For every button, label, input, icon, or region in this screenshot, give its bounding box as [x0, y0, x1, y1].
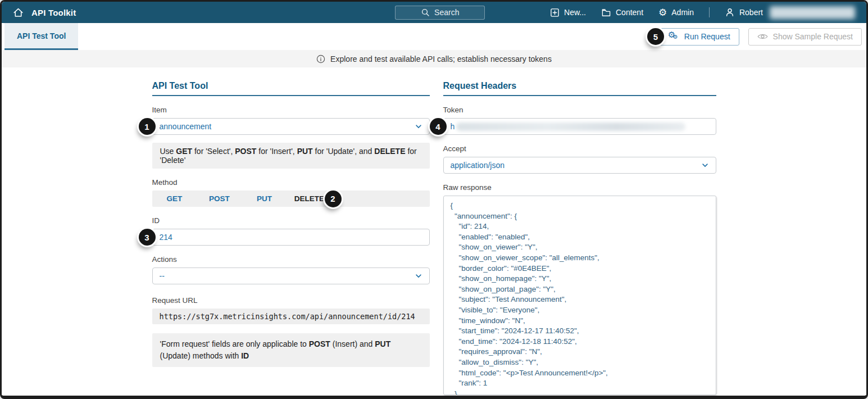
nav-label-admin: Admin [671, 8, 694, 17]
item-label: Item [152, 106, 430, 114]
gears-icon: ⚙⚙ [668, 31, 679, 42]
nav-item-user[interactable]: Robert [725, 6, 855, 19]
method-option-get[interactable]: GET [152, 194, 197, 203]
show-sample-request-label: Show Sample Request [773, 32, 853, 41]
request-url-value: https://stg7x.metricinsights.com/api/ann… [152, 309, 430, 324]
raw-response-json: { "announcement": { "id": 214, "enabled"… [451, 201, 709, 395]
callout-badge-1: 1 [139, 118, 156, 135]
raw-response-label: Raw response [443, 183, 716, 192]
token-label: Token [443, 106, 716, 114]
item-select[interactable]: announcement [152, 118, 430, 135]
id-label: ID [152, 216, 430, 225]
actions-label: Actions [152, 255, 430, 264]
tab-api-test-tool[interactable]: API Test Tool [4, 23, 78, 50]
method-label: Method [152, 178, 430, 187]
api-toolkit-window: API Toolkit Search New... [0, 0, 868, 399]
info-bar: Explore and test available API calls; es… [2, 50, 866, 67]
item-select-value: announcement [160, 122, 212, 131]
run-request-label: Run Request [684, 32, 730, 41]
method-hint: Use GET for 'Select', POST for 'Insert',… [152, 143, 430, 169]
top-nav-links: New... Content ⚙ Admin [550, 6, 855, 19]
top-navigation-bar: API Toolkit Search New... [2, 2, 866, 23]
accept-select-value: application/json [451, 161, 505, 170]
callout-badge-4: 4 [430, 118, 447, 135]
plus-square-icon [550, 8, 560, 17]
token-value-prefix: h [451, 122, 455, 131]
nav-divider [709, 7, 710, 17]
run-request-button[interactable]: ⚙⚙ Run Request [659, 28, 739, 46]
user-last-name-redacted [770, 6, 855, 19]
info-icon [316, 55, 325, 64]
token-value-redacted [456, 123, 685, 131]
form-request-note: 'Form request' fields are only applicabl… [152, 333, 430, 367]
search-label: Search [434, 8, 459, 17]
chevron-down-icon [415, 123, 422, 130]
callout-badge-2: 2 [325, 191, 342, 207]
info-text: Explore and test available API calls; es… [330, 55, 552, 64]
api-test-tool-panel: API Test Tool Item 1 announcement Use GE… [152, 81, 430, 395]
chevron-down-icon [701, 161, 709, 169]
panel-title-request-headers: Request Headers [443, 81, 716, 96]
nav-label-new: New... [564, 8, 586, 17]
app-title: API Toolkit [31, 8, 76, 17]
nav-label-content: Content [616, 8, 643, 17]
eye-icon [757, 33, 768, 40]
actions-select[interactable]: -- [152, 267, 430, 284]
method-option-post[interactable]: POST [197, 194, 242, 203]
nav-item-admin[interactable]: ⚙ Admin [658, 8, 694, 17]
callout-badge-3: 3 [139, 229, 156, 246]
folder-icon [601, 8, 611, 17]
id-input-value: 214 [160, 233, 172, 242]
tab-label: API Test Tool [17, 31, 66, 40]
method-selector: GET POST PUT DELETE 2 [152, 191, 430, 207]
accept-select[interactable]: application/json [443, 157, 716, 174]
show-sample-request-button[interactable]: Show Sample Request [748, 28, 862, 46]
search-input[interactable]: Search [395, 6, 485, 20]
user-icon [725, 7, 735, 17]
chevron-down-icon [415, 272, 422, 280]
request-headers-panel: Request Headers Token 4 h Accept applica… [443, 81, 716, 395]
request-url-label: Request URL [152, 296, 430, 305]
tab-actions: 5 ⚙⚙ Run Request Show Sample Request [659, 23, 866, 50]
brand: API Toolkit [13, 7, 76, 18]
raw-response-box[interactable]: { "announcement": { "id": 214, "enabled"… [443, 196, 716, 395]
method-option-put[interactable]: PUT [242, 194, 287, 203]
token-input[interactable]: h [443, 118, 716, 135]
user-first-name: Robert [739, 8, 763, 17]
nav-item-new[interactable]: New... [550, 8, 586, 17]
nav-item-content[interactable]: Content [601, 8, 643, 17]
gear-icon: ⚙ [658, 8, 667, 17]
main-content: API Test Tool Item 1 announcement Use GE… [2, 67, 866, 395]
panel-title-api-test-tool: API Test Tool [152, 81, 430, 96]
id-input[interactable]: 214 [152, 229, 430, 246]
home-icon[interactable] [13, 7, 24, 18]
callout-badge-5: 5 [647, 28, 664, 45]
search-icon [421, 8, 430, 17]
tab-bar: API Test Tool 5 ⚙⚙ Run Request Show Samp… [2, 23, 866, 50]
actions-select-value: -- [160, 271, 165, 280]
accept-label: Accept [443, 144, 716, 153]
